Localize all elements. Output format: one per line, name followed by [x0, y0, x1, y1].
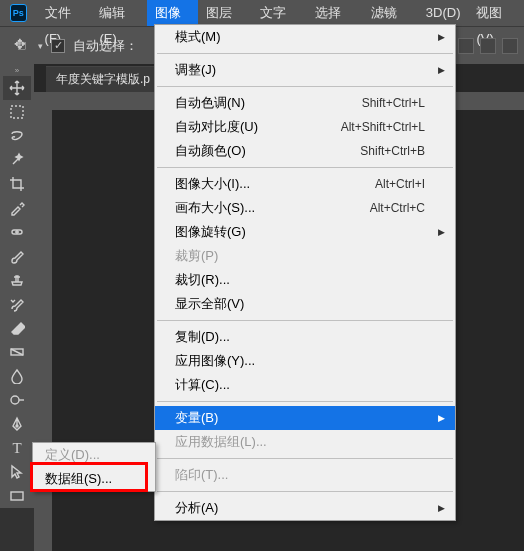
magic-wand-tool[interactable] — [3, 148, 31, 172]
marquee-tool[interactable] — [3, 100, 31, 124]
menu-select[interactable]: 选择(S) — [307, 0, 363, 26]
menu-mode[interactable]: 模式(M) — [155, 25, 455, 49]
menu-item-label: 陷印(T)... — [175, 466, 228, 484]
menu-edit[interactable]: 编辑(E) — [91, 0, 147, 26]
menu-shortcut: Shift+Ctrl+B — [360, 144, 425, 158]
svg-point-4 — [16, 425, 18, 427]
menu-item-label: 显示全部(V) — [175, 295, 244, 313]
menu-adjustments[interactable]: 调整(J) — [155, 58, 455, 82]
toolbox: » T — [0, 62, 34, 508]
menu-item-label: 应用数据组(L)... — [175, 433, 267, 451]
svg-rect-0 — [11, 106, 23, 118]
align-icon[interactable] — [480, 38, 496, 54]
menu-separator — [157, 53, 453, 54]
gradient-tool[interactable] — [3, 340, 31, 364]
path-selection-tool[interactable] — [3, 460, 31, 484]
pen-tool[interactable] — [3, 412, 31, 436]
crop-tool[interactable] — [3, 172, 31, 196]
menu-shortcut: Alt+Shift+Ctrl+L — [341, 120, 425, 134]
menu-separator — [157, 167, 453, 168]
menu-item-label: 图像大小(I)... — [175, 175, 250, 193]
menu-separator — [157, 320, 453, 321]
menu-canvas-size[interactable]: 画布大小(S)...Alt+Ctrl+C — [155, 196, 455, 220]
auto-select-checkbox[interactable]: ✓ — [51, 39, 65, 53]
svg-rect-5 — [11, 492, 23, 500]
menu-filter[interactable]: 滤镜(T) — [363, 0, 418, 26]
menu-separator — [157, 458, 453, 459]
auto-select-label: 自动选择： — [73, 37, 138, 55]
menu-file[interactable]: 文件(F) — [37, 0, 92, 26]
menu-shortcut: Alt+Ctrl+I — [375, 177, 425, 191]
move-tool-icon — [14, 38, 30, 54]
dodge-tool[interactable] — [3, 388, 31, 412]
clone-stamp-tool[interactable] — [3, 268, 31, 292]
menu-reveal-all[interactable]: 显示全部(V) — [155, 292, 455, 316]
align-icon[interactable] — [458, 38, 474, 54]
menu-item-label: 定义(D)... — [45, 446, 100, 464]
menu-analysis[interactable]: 分析(A) — [155, 496, 455, 520]
rectangle-tool[interactable] — [3, 484, 31, 508]
menu-trim[interactable]: 裁切(R)... — [155, 268, 455, 292]
menu-item-label: 应用图像(Y)... — [175, 352, 255, 370]
brush-tool[interactable] — [3, 244, 31, 268]
toolbox-grip-icon[interactable]: » — [0, 66, 34, 76]
svg-point-3 — [11, 396, 19, 404]
menu-item-label: 数据组(S)... — [45, 470, 112, 488]
menu-image-size[interactable]: 图像大小(I)...Alt+Ctrl+I — [155, 172, 455, 196]
menu-item-label: 调整(J) — [175, 61, 216, 79]
menu-crop: 裁剪(P) — [155, 244, 455, 268]
menu-type[interactable]: 文字(Y) — [252, 0, 308, 26]
menu-separator — [157, 86, 453, 87]
submenu-data-sets[interactable]: 数据组(S)... — [33, 467, 155, 491]
menu-item-label: 画布大小(S)... — [175, 199, 255, 217]
document-tab[interactable]: 年度关键字模版.p — [46, 66, 160, 92]
menu-item-label: 裁切(R)... — [175, 271, 230, 289]
menu-shortcut: Shift+Ctrl+L — [362, 96, 425, 110]
menu-item-label: 计算(C)... — [175, 376, 230, 394]
blur-tool[interactable] — [3, 364, 31, 388]
menu-layer[interactable]: 图层(L) — [198, 0, 252, 26]
menu-apply-image[interactable]: 应用图像(Y)... — [155, 349, 455, 373]
lasso-tool[interactable] — [3, 124, 31, 148]
healing-brush-tool[interactable] — [3, 220, 31, 244]
menu-image[interactable]: 图像(I) — [147, 0, 198, 26]
menu-item-label: 裁剪(P) — [175, 247, 218, 265]
eraser-tool[interactable] — [3, 316, 31, 340]
align-icons-group — [458, 38, 524, 54]
menu-item-label: 自动对比度(U) — [175, 118, 258, 136]
menu-item-label: 分析(A) — [175, 499, 218, 517]
history-brush-tool[interactable] — [3, 292, 31, 316]
type-tool[interactable]: T — [3, 436, 31, 460]
menu-item-label: 图像旋转(G) — [175, 223, 246, 241]
menu-image-rotation[interactable]: 图像旋转(G) — [155, 220, 455, 244]
menu-calculations[interactable]: 计算(C)... — [155, 373, 455, 397]
menu-separator — [157, 401, 453, 402]
submenu-define: 定义(D)... — [33, 443, 155, 467]
align-icon[interactable] — [502, 38, 518, 54]
menu-3d[interactable]: 3D(D) — [418, 0, 469, 26]
variables-submenu: 定义(D)... 数据组(S)... — [32, 442, 156, 492]
menu-item-label: 复制(D)... — [175, 328, 230, 346]
menu-auto-contrast[interactable]: 自动对比度(U)Alt+Shift+Ctrl+L — [155, 115, 455, 139]
menu-item-label: 变量(B) — [175, 409, 218, 427]
menubar: Ps 文件(F) 编辑(E) 图像(I) 图层(L) 文字(Y) 选择(S) 滤… — [0, 0, 524, 26]
image-menu-dropdown: 模式(M) 调整(J) 自动色调(N)Shift+Ctrl+L 自动对比度(U)… — [154, 24, 456, 521]
tool-preset-chevron-icon[interactable]: ▾ — [38, 41, 43, 51]
ps-logo: Ps — [10, 4, 27, 22]
menu-auto-color[interactable]: 自动颜色(O)Shift+Ctrl+B — [155, 139, 455, 163]
menu-trap: 陷印(T)... — [155, 463, 455, 487]
menu-separator — [157, 491, 453, 492]
menu-variables[interactable]: 变量(B) — [155, 406, 455, 430]
menu-apply-data-set: 应用数据组(L)... — [155, 430, 455, 454]
eyedropper-tool[interactable] — [3, 196, 31, 220]
menu-item-label: 自动色调(N) — [175, 94, 245, 112]
menu-item-label: 模式(M) — [175, 28, 221, 46]
menu-item-label: 自动颜色(O) — [175, 142, 246, 160]
menu-view[interactable]: 视图(V) — [468, 0, 524, 26]
menu-auto-tone[interactable]: 自动色调(N)Shift+Ctrl+L — [155, 91, 455, 115]
move-tool[interactable] — [3, 76, 31, 100]
menu-duplicate[interactable]: 复制(D)... — [155, 325, 455, 349]
menu-shortcut: Alt+Ctrl+C — [370, 201, 425, 215]
